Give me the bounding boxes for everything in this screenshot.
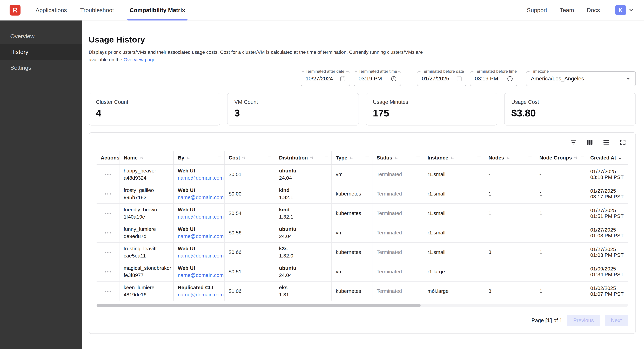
type-value: kubernetes (336, 191, 361, 197)
fullscreen-icon[interactable] (619, 138, 626, 146)
terminated-after-date-field[interactable]: Terminated after date 10/27/2024 (301, 71, 350, 86)
column-header-name[interactable]: Name (119, 151, 173, 165)
row-actions-icon[interactable] (104, 290, 112, 293)
clock-icon[interactable] (390, 75, 397, 82)
created-by-source: Web UI (178, 187, 222, 193)
column-menu-icon[interactable] (324, 155, 329, 160)
overview-page-link[interactable]: Overview page (124, 57, 156, 62)
column-menu-icon[interactable] (267, 155, 272, 160)
active-tab-underline (127, 19, 188, 20)
column-header-instance[interactable]: Instance (423, 151, 484, 165)
email-link[interactable]: name@domain.com (178, 233, 224, 239)
clock-icon[interactable] (506, 75, 514, 82)
sidebar-item-label: Overview (10, 33, 34, 40)
node-groups-cell: 1 (535, 184, 586, 204)
date-range-separator: — (406, 75, 412, 82)
sidebar-item-settings[interactable]: Settings (0, 60, 82, 75)
row-actions-icon[interactable] (104, 192, 112, 196)
nav-item-compatibility-matrix[interactable]: Compatibility Matrix (127, 0, 188, 20)
column-header-node-groups[interactable]: Node Groups (535, 151, 586, 165)
column-header-by[interactable]: By (174, 151, 224, 165)
sidebar-item-label: Settings (10, 64, 31, 71)
instance-cell: r1.small (423, 204, 484, 223)
column-header-nodes[interactable]: Nodes (484, 151, 535, 165)
table-header: Actions Name By (96, 151, 628, 165)
calendar-icon[interactable] (340, 75, 346, 82)
nodes-value: 1 (488, 210, 491, 216)
name-cell: friendly_brown 1f40a19e (119, 204, 173, 223)
nav-item-team[interactable]: Team (560, 7, 574, 13)
email-link[interactable]: name@domain.com (178, 253, 224, 259)
row-actions-icon[interactable] (104, 231, 112, 234)
created-at-cell: 01/02/2025 01:07 PM PST (586, 281, 628, 301)
terminated-after-time-field[interactable]: Terminated after time 03:19 PM (354, 71, 401, 86)
column-header-cost[interactable]: Cost (224, 151, 275, 165)
email-link[interactable]: name@domain.com (178, 175, 224, 181)
nav-item-docs[interactable]: Docs (587, 7, 600, 13)
nav-item-applications[interactable]: Applications (36, 0, 67, 20)
columns-icon[interactable] (586, 138, 594, 146)
density-icon[interactable] (602, 138, 610, 146)
nodes-cell: 3 (484, 281, 535, 301)
distribution-name: kind (279, 187, 329, 193)
column-menu-icon[interactable] (364, 155, 370, 160)
sidebar-item-history[interactable]: History (0, 44, 82, 60)
column-menu-icon[interactable] (580, 155, 585, 160)
main-content: Usage History Displays prior clusters/VM… (82, 20, 644, 349)
node-groups-cell: 1 (535, 281, 586, 301)
horizontal-scrollbar-thumb[interactable] (96, 304, 420, 307)
calendar-icon[interactable] (456, 75, 462, 82)
nodes-value: 3 (488, 249, 491, 255)
column-label: Cost (229, 155, 240, 161)
email-link[interactable]: name@domain.com (178, 292, 224, 298)
cost-cell: $0.51 (224, 262, 275, 281)
name-cell: funny_lumiere de9ed87d (119, 223, 173, 243)
filter-icon[interactable] (570, 138, 577, 146)
created-date: 01/27/2025 (590, 188, 626, 194)
stat-label: VM Count (234, 99, 352, 105)
timezone-select[interactable]: Timezone America/Los_Angeles (526, 71, 636, 86)
column-header-created-at[interactable]: Created At (586, 151, 628, 165)
usage-table-body: happy_beaver a48d9324 Web UI name@domain… (96, 165, 628, 301)
email-link[interactable]: name@domain.com (178, 194, 224, 200)
column-header-status[interactable]: Status (372, 151, 423, 165)
row-actions-icon[interactable] (104, 173, 112, 176)
email-link[interactable]: name@domain.com (178, 214, 224, 220)
previous-page-button[interactable]: Previous (567, 315, 600, 326)
table-row: happy_beaver a48d9324 Web UI name@domain… (96, 165, 628, 184)
type-cell: vm (332, 165, 372, 184)
terminated-before-date-field[interactable]: Terminated before date 01/27/2025 (417, 71, 466, 86)
replicated-logo[interactable]: R (10, 4, 20, 15)
instance-cell: r1.small (423, 243, 484, 262)
column-label: Created At (590, 155, 616, 161)
created-date: 01/27/2025 (590, 246, 626, 252)
email-link[interactable]: name@domain.com (178, 272, 224, 278)
row-actions-icon[interactable] (104, 270, 112, 273)
row-actions-icon[interactable] (104, 251, 112, 254)
distribution-cell: ubuntu 24.04 (275, 165, 332, 184)
status-cell: Terminated (372, 243, 423, 262)
horizontal-scrollbar-track[interactable] (96, 304, 628, 307)
column-label: Type (336, 155, 347, 161)
column-menu-icon[interactable] (528, 155, 532, 160)
next-page-button[interactable]: Next (605, 315, 628, 326)
field-value: 03:19 PM (358, 75, 388, 82)
column-menu-icon[interactable] (416, 155, 420, 160)
nav-item-support[interactable]: Support (527, 7, 547, 13)
column-menu-icon[interactable] (476, 155, 482, 160)
column-header-type[interactable]: Type (332, 151, 372, 165)
sidebar-item-label: History (10, 49, 28, 55)
column-menu-icon[interactable] (217, 155, 222, 160)
type-cell: kubernetes (332, 243, 372, 262)
row-actions-icon[interactable] (104, 212, 112, 215)
status-cell: Terminated (372, 184, 423, 204)
nodes-cell: 1 (484, 204, 535, 223)
terminated-before-time-field[interactable]: Terminated before time 03:19 PM (470, 71, 517, 86)
column-label: By (178, 155, 184, 161)
sidebar-item-overview[interactable]: Overview (0, 28, 82, 44)
column-header-distribution[interactable]: Distribution (275, 151, 332, 165)
cost-value: $0.00 (229, 191, 242, 197)
nodes-value: - (488, 269, 490, 274)
account-menu-button[interactable]: K (615, 5, 635, 15)
nav-item-troubleshoot[interactable]: Troubleshoot (80, 0, 114, 20)
